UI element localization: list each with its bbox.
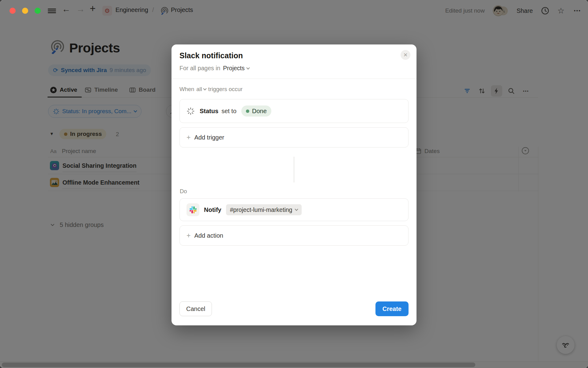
trigger-card[interactable]: Status set to Done: [179, 99, 409, 123]
done-dot: [246, 109, 249, 113]
do-section-label: Do: [180, 188, 187, 195]
app-window: ← → + ⚙ Engineering / Projects Edited ju…: [0, 0, 588, 368]
plus-icon: +: [187, 232, 190, 240]
create-button[interactable]: Create: [375, 301, 409, 316]
trigger-mode-dropdown[interactable]: all: [196, 86, 206, 93]
status-burst-icon: [187, 107, 195, 115]
close-icon[interactable]: ✕: [401, 50, 410, 60]
plus-icon: +: [187, 133, 190, 142]
chevron-down-icon: [203, 87, 206, 90]
modal-scope-row: For all pages in Projects: [179, 65, 249, 72]
modal-divider: [172, 79, 417, 79]
add-action-button[interactable]: + Add action: [179, 225, 409, 246]
scope-prefix: For all pages in: [179, 65, 220, 72]
status-done-tag[interactable]: Done: [241, 105, 271, 117]
modal-title: Slack notification: [179, 51, 243, 60]
zoom-window-button[interactable]: [35, 8, 41, 14]
notify-action-card[interactable]: Notify #project-lumi-marketing: [179, 198, 409, 221]
chevron-down-icon: [246, 66, 250, 69]
chevron-down-icon: [295, 207, 298, 211]
add-trigger-button[interactable]: + Add trigger: [179, 127, 409, 148]
slack-channel-dropdown[interactable]: #project-lumi-marketing: [226, 204, 302, 215]
cancel-button[interactable]: Cancel: [179, 301, 212, 316]
minimize-window-button[interactable]: [22, 8, 28, 14]
scope-page-dropdown[interactable]: Projects: [223, 65, 249, 72]
trigger-verb: set to: [221, 108, 236, 115]
action-verb: Notify: [204, 206, 221, 213]
slack-notification-modal: Slack notification ✕ For all pages in Pr…: [172, 44, 417, 325]
slack-icon: [187, 203, 199, 216]
when-triggers-row: When all triggers occur: [179, 86, 243, 93]
flow-connector-line: [294, 157, 294, 182]
close-window-button[interactable]: [9, 8, 16, 14]
window-controls: [9, 8, 41, 14]
trigger-property: Status: [200, 108, 218, 115]
